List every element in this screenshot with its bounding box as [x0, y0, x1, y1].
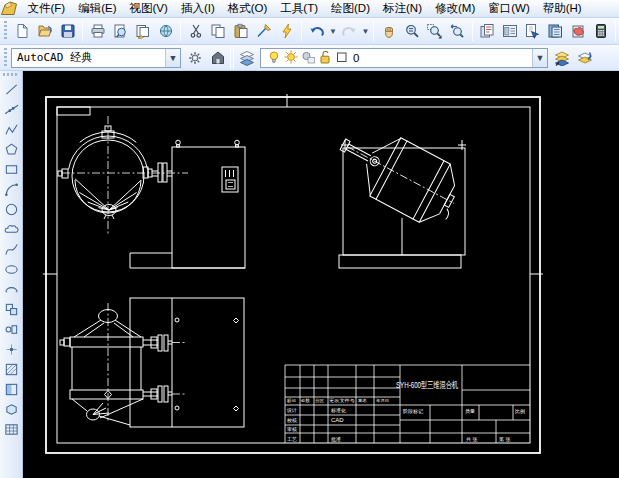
plot-preview-button[interactable] [109, 20, 132, 42]
undo-button[interactable] [305, 20, 328, 42]
rectangle-tool-button[interactable] [1, 159, 21, 179]
ellipse-tool-button[interactable] [1, 259, 21, 279]
redo-dropdown-arrow[interactable]: ▼ [361, 20, 371, 42]
construction-line-icon [4, 102, 19, 117]
hatch-icon [4, 362, 19, 377]
layer-previous-icon [577, 50, 593, 66]
autocad-logo-icon [1, 1, 18, 16]
svg-text:阶段标记: 阶段标记 [403, 408, 423, 415]
line-tool-button[interactable] [1, 79, 21, 99]
svg-text:共 张: 共 张 [466, 436, 477, 443]
designcenter-button[interactable] [498, 20, 521, 42]
point-icon [4, 342, 19, 357]
copy-button[interactable] [207, 20, 230, 42]
gradient-tool-button[interactable] [1, 379, 21, 399]
arc-tool-button[interactable] [1, 179, 21, 199]
ellipse-arc-tool-button[interactable] [1, 279, 21, 299]
markup-set-manager-button[interactable] [567, 20, 590, 42]
region-tool-button[interactable] [1, 399, 21, 419]
spline-tool-button[interactable] [1, 239, 21, 259]
construction-line-tool-button[interactable] [1, 99, 21, 119]
svg-text:批准: 批准 [331, 436, 341, 443]
menu-item-help[interactable]: 帮助(H) [536, 0, 588, 17]
redo-button[interactable] [338, 20, 361, 42]
standard-toolbar: ▼▼ [0, 18, 619, 45]
viewport-freeze-icon[interactable] [300, 49, 316, 65]
menu-item-view[interactable]: 视图(V) [123, 0, 174, 17]
point-tool-button[interactable] [1, 339, 21, 359]
zoom-window-button[interactable] [423, 20, 446, 42]
menu-item-dimension[interactable]: 标注(N) [377, 0, 429, 17]
menu-item-insert[interactable]: 插入(I) [174, 0, 221, 17]
plot-icon [90, 23, 106, 39]
circle-icon [4, 202, 19, 217]
svg-text:标准化: 标准化 [330, 407, 346, 414]
bulb-on-icon[interactable] [266, 49, 282, 65]
menu-item-tools[interactable]: 工具(T) [274, 0, 325, 17]
revision-cloud-tool-button[interactable] [1, 219, 21, 239]
toolbar-grip[interactable] [4, 21, 7, 41]
zoom-realtime-button[interactable] [400, 20, 423, 42]
toolbar-grip[interactable] [4, 48, 7, 68]
drawing-canvas[interactable]: 标记 处数 分区 更改文件号 签名 年月日 设计 校核 审核 工艺 标准化 CA… [23, 71, 619, 478]
cad-drawing: 标记 处数 分区 更改文件号 签名 年月日 设计 校核 审核 工艺 标准化 CA… [43, 94, 543, 453]
svg-text:分区: 分区 [315, 398, 324, 403]
save-file-button[interactable] [57, 20, 80, 42]
publish-button[interactable] [132, 20, 155, 42]
toolbar-separator [301, 21, 302, 41]
zoom-previous-button[interactable] [446, 20, 469, 42]
cut-icon [188, 23, 204, 39]
toolbar-grip[interactable] [3, 73, 19, 76]
make-block-tool-button[interactable] [1, 319, 21, 339]
sun-thaw-icon[interactable] [283, 49, 299, 65]
menu-item-format[interactable]: 格式(O) [221, 0, 274, 17]
undo-dropdown-arrow[interactable]: ▼ [328, 20, 338, 42]
menu-item-edit[interactable]: 编辑(E) [72, 0, 123, 17]
open-file-button[interactable] [34, 20, 57, 42]
table-tool-button[interactable] [1, 419, 21, 439]
layer-previous-button[interactable] [573, 47, 596, 69]
title-block: 标记 处数 分区 更改文件号 签名 年月日 设计 校核 审核 工艺 标准化 CA… [285, 365, 530, 443]
menu-item-draw[interactable]: 绘图(D) [325, 0, 377, 17]
lock-open-icon[interactable] [317, 49, 333, 65]
circle-tool-button[interactable] [1, 199, 21, 219]
block-editor-button[interactable] [275, 20, 298, 42]
web-publish-button[interactable] [155, 20, 178, 42]
layer-combo[interactable]: 0 ▼ [260, 48, 548, 68]
polygon-tool-button[interactable] [1, 139, 21, 159]
toolbar-separator [472, 21, 473, 41]
top-view [60, 298, 244, 427]
color-swatch-icon[interactable] [334, 49, 350, 65]
pan-button[interactable] [377, 20, 400, 42]
toolbar-separator [230, 47, 231, 69]
properties-button[interactable] [476, 20, 499, 42]
menu-item-window[interactable]: 窗口(W) [482, 0, 537, 17]
svg-text:比例: 比例 [515, 408, 525, 415]
menu-item-file[interactable]: 文件(F) [21, 0, 72, 17]
make-object-layer-current-button[interactable] [550, 47, 573, 69]
pan-icon [381, 23, 397, 39]
undo-icon [309, 23, 325, 39]
quickcalc-button[interactable] [589, 20, 612, 42]
my-workspace-button[interactable] [206, 47, 229, 69]
toolbar-separator [373, 21, 374, 41]
chevron-down-icon[interactable]: ▼ [165, 49, 180, 67]
insert-block-tool-button[interactable] [1, 299, 21, 319]
polyline-tool-button[interactable] [1, 119, 21, 139]
chevron-down-icon[interactable]: ▼ [532, 49, 547, 67]
workspace-settings-gear-button[interactable] [183, 47, 206, 69]
save-file-icon [60, 23, 76, 39]
new-file-button[interactable] [11, 20, 34, 42]
match-properties-button[interactable] [253, 20, 276, 42]
markup-set-manager-icon [570, 23, 586, 39]
menu-item-modify[interactable]: 修改(M) [428, 0, 481, 17]
paste-button[interactable] [230, 20, 253, 42]
hatch-tool-button[interactable] [1, 359, 21, 379]
tool-palettes-button[interactable] [544, 20, 567, 42]
layer-properties-manager-button[interactable] [235, 47, 258, 69]
workspace-combo[interactable]: AutoCAD 经典 ▼ [11, 48, 181, 68]
sheet-set-manager-button[interactable] [521, 20, 544, 42]
plot-button[interactable] [86, 20, 109, 42]
cut-button[interactable] [184, 20, 207, 42]
ellipse-arc-icon [4, 282, 19, 297]
